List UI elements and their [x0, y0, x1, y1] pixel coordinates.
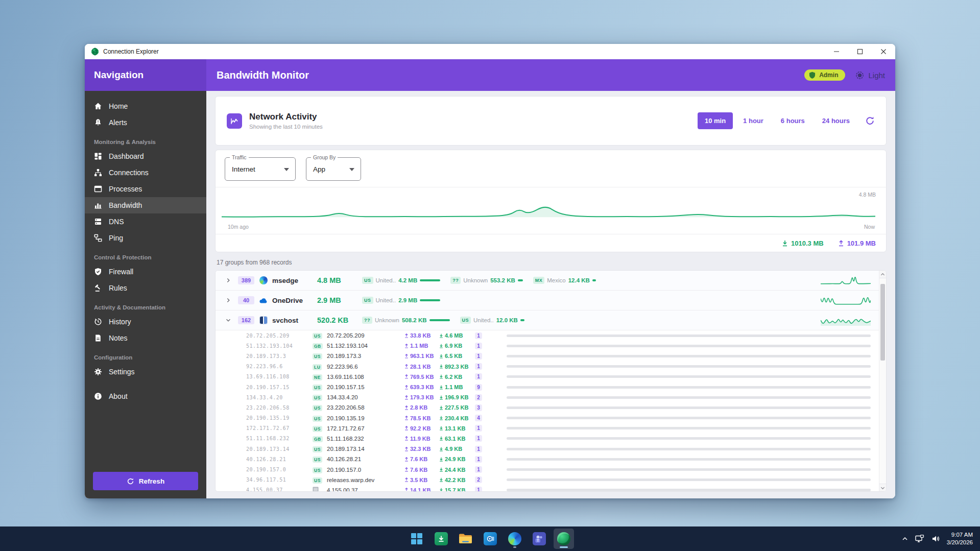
country-flag-badge: US [313, 467, 322, 473]
bandwidth-group-row-msedge[interactable]: 389 msedge 4.8 MB US United.. 4.2 MB ?? … [216, 271, 886, 291]
sidebar-item-alerts[interactable]: Alerts [85, 114, 206, 131]
scroll-up-button[interactable] [879, 271, 886, 278]
sidebar-item-bandwidth[interactable]: Bandwidth [85, 197, 206, 213]
range-button-10-min[interactable]: 10 min [698, 112, 733, 129]
taskbar-connection-explorer[interactable] [554, 529, 574, 549]
connection-row: 20.72.205.209 US 20.72.205.209 33.8 KB 4… [216, 330, 886, 341]
range-button-6-hours[interactable]: 6 hours [774, 112, 812, 129]
scroll-down-button[interactable] [879, 484, 886, 491]
country-flag-badge: US [313, 405, 322, 411]
upload-bytes: 7.6 KB [404, 467, 439, 473]
hidden-icons-chevron[interactable] [902, 536, 908, 542]
taskbar-file-explorer[interactable] [456, 529, 476, 549]
sidebar-item-history[interactable]: History [85, 314, 206, 330]
taskbar-downloads-folder[interactable] [431, 529, 451, 549]
sidebar-item-rules[interactable]: Rules [85, 280, 206, 296]
app-total-bytes: 2.9 MB [317, 296, 362, 304]
country-flag-badge: US [313, 353, 322, 360]
country-traffic-chip: US United.. 4.2 MB [362, 277, 440, 284]
traffic-bar-track [507, 417, 871, 419]
hit-count-badge: 1 [475, 353, 482, 360]
minimize-button[interactable] [825, 44, 848, 59]
traffic-select[interactable]: Traffic Internet [225, 157, 296, 181]
sidebar-item-home[interactable]: Home [85, 98, 206, 114]
country-flag-badge: US [313, 395, 322, 401]
clock-date: 3/20/2026 [947, 539, 973, 546]
country-flag-badge: GB [313, 343, 323, 349]
start-button[interactable] [407, 529, 427, 549]
remote-host: 13.69.116.108 [327, 374, 404, 380]
taskbar-teams[interactable]: T [529, 529, 549, 549]
country-traffic-chip: US United.. 12.0 KB [460, 317, 524, 324]
downloads-folder-icon [435, 532, 448, 545]
connection-row: 92.223.96.6 LU 92.223.96.6 28.1 KB 892.3… [216, 362, 886, 372]
chart-refresh-button[interactable] [865, 116, 875, 126]
upload-icon [404, 395, 409, 400]
connection-row: 134.33.4.20 US 134.33.4.20 179.3 KB 196.… [216, 392, 886, 402]
refresh-icon [865, 116, 875, 126]
traffic-bar-track [507, 437, 871, 440]
bandwidth-group-row-OneDrive[interactable]: 40 OneDrive 2.9 MB US United.. 2.9 MB [216, 291, 886, 310]
scrollbar-thumb[interactable] [880, 284, 885, 361]
volume-tray-icon[interactable] [931, 535, 940, 543]
titlebar[interactable]: Connection Explorer [85, 44, 895, 59]
range-button-24-hours[interactable]: 24 hours [815, 112, 857, 129]
hit-count-badge: 9 [475, 384, 482, 391]
bandwidth-group-row-svchost[interactable]: 162 svchost 520.2 KB ?? Unknown 508.2 KB… [216, 310, 886, 330]
download-icon [439, 416, 443, 420]
window-icon [94, 185, 102, 193]
expand-toggle[interactable] [223, 277, 234, 284]
sidebar-item-firewall[interactable]: Firewall [85, 263, 206, 280]
expand-toggle[interactable] [223, 297, 234, 304]
sidebar-header: Navigation [85, 59, 206, 91]
sidebar-item-dashboard[interactable]: Dashboard [85, 148, 206, 164]
range-button-1-hour[interactable]: 1 hour [736, 112, 771, 129]
traffic-bar-track [507, 355, 871, 357]
refresh-button[interactable]: Refresh [93, 472, 198, 490]
connection-row: 51.11.168.232 GB 51.11.168.232 11.9 KB 6… [216, 434, 886, 444]
sidebar-item-settings[interactable]: Settings [85, 364, 206, 380]
download-bytes: 24.4 KB [439, 467, 475, 473]
app-name: svchost [272, 317, 317, 324]
country-traffic-chip: MX Mexico 12.4 KB [533, 277, 596, 284]
upload-bytes: 92.2 KB [404, 425, 439, 432]
remote-ip-mono: 20.189.173.3 [246, 353, 313, 359]
remote-ip-mono: 34.96.117.51 [246, 477, 313, 483]
group-by-select[interactable]: Group By App [306, 157, 361, 181]
country-traffic-chip: US United.. 2.9 MB [362, 297, 440, 304]
download-bytes: 42.2 KB [439, 477, 475, 483]
hit-count-badge: 1 [475, 487, 482, 492]
taskbar-edge[interactable] [505, 529, 525, 549]
sidebar-nav: Home AlertsMonitoring & Analysis Dashboa… [85, 91, 206, 465]
sidebar-item-ping[interactable]: Ping [85, 230, 206, 246]
edge-icon [508, 532, 521, 545]
sidebar-section-label: Monitoring & Analysis [85, 131, 206, 148]
sidebar-item-connections[interactable]: Connections [85, 164, 206, 181]
country-flag-badge: US [313, 426, 322, 432]
sidebar-item-dns[interactable]: DNS [85, 213, 206, 230]
traffic-chart: 4.8 MB 10m ago Now [216, 187, 886, 234]
download-icon [439, 447, 443, 451]
theme-toggle[interactable]: Light [855, 71, 885, 80]
maximize-button[interactable] [848, 44, 872, 59]
table-scrollbar[interactable] [879, 271, 886, 491]
download-icon [439, 457, 443, 462]
country-traffic-chip: ?? Unknown 553.2 KB [450, 277, 523, 284]
country-mini-bar [592, 279, 596, 281]
sidebar-item-about[interactable]: About [85, 388, 206, 404]
app-logo-globe-icon [91, 47, 99, 56]
svchost-icon [260, 317, 267, 324]
close-button[interactable] [872, 44, 895, 59]
taskbar-clock[interactable]: 9:07 AM 3/20/2026 [947, 531, 973, 546]
sidebar-item-notes[interactable]: Notes [85, 330, 206, 346]
remote-host: 20.189.173.3 [327, 353, 404, 359]
network-tray-icon[interactable] [915, 535, 924, 543]
sidebar-item-processes[interactable]: Processes [85, 181, 206, 197]
download-bytes: 6.2 KB [439, 374, 475, 380]
upload-bytes: 14.1 KB [404, 487, 439, 492]
download-bytes: 13.1 KB [439, 425, 475, 432]
expand-toggle[interactable] [223, 317, 234, 324]
bell-icon [94, 118, 102, 127]
taskbar-outlook[interactable] [480, 529, 500, 549]
chevron-down-icon [349, 168, 354, 171]
